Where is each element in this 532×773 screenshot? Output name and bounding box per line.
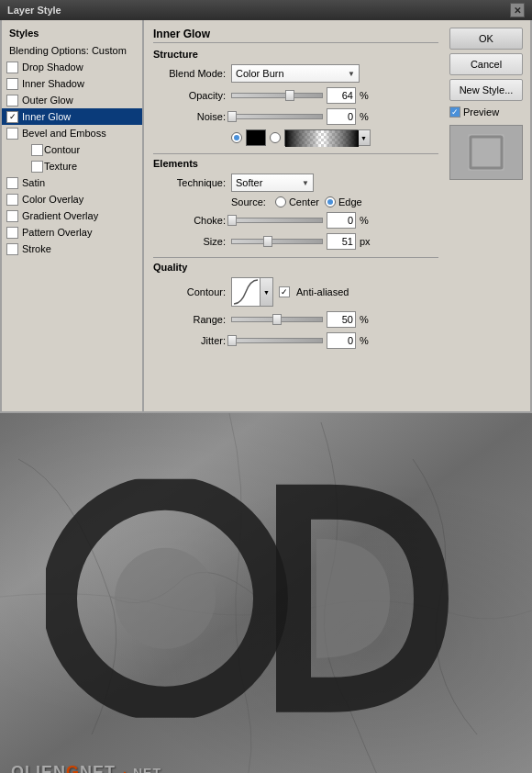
drop-shadow-checkbox[interactable] — [6, 62, 18, 73]
bevel-emboss-label: Bevel and Emboss — [22, 128, 106, 139]
watermark: OLIENGNET · NET — [11, 763, 161, 773]
cancel-button[interactable]: Cancel — [449, 53, 523, 75]
range-input[interactable]: 50 — [327, 311, 356, 328]
stroke-checkbox[interactable] — [6, 243, 18, 255]
range-unit: % — [360, 314, 373, 325]
pattern-overlay-label: Pattern Overlay — [22, 227, 92, 238]
inner-shadow-checkbox[interactable] — [6, 78, 18, 90]
jitter-unit: % — [360, 335, 373, 346]
main-panel: OK Cancel New Style... ✓ Preview Inner G… — [144, 20, 530, 411]
jitter-row: Jitter: 0 % — [153, 332, 438, 349]
blend-mode-row: Blend Mode: Color Burn ▼ — [153, 64, 438, 83]
sidebar-item-drop-shadow[interactable]: Drop Shadow — [2, 59, 142, 75]
watermark-accent: G — [66, 763, 80, 773]
dialog-title: Layer Style — [7, 5, 61, 16]
texture-checkbox[interactable] — [31, 161, 43, 173]
choke-slider[interactable] — [231, 218, 323, 223]
jitter-input[interactable]: 0 — [327, 332, 356, 349]
preview-thumbnail — [463, 129, 509, 175]
svg-rect-7 — [285, 130, 359, 147]
preview-row: ✓ Preview — [449, 106, 523, 118]
satin-checkbox[interactable] — [6, 177, 18, 189]
size-input[interactable]: 51 — [327, 233, 356, 250]
blend-mode-arrow-icon: ▼ — [348, 70, 355, 78]
opacity-thumb[interactable] — [285, 90, 294, 101]
outer-glow-checkbox[interactable] — [6, 95, 18, 106]
technique-value: Softer — [236, 177, 262, 188]
technique-dropdown[interactable]: Softer ▼ — [231, 174, 314, 192]
blending-options-item[interactable]: Blending Options: Custom — [2, 42, 142, 59]
ok-button[interactable]: OK — [449, 28, 523, 50]
anti-alias-container: ✓ Anti-aliased — [279, 286, 349, 297]
inner-glow-title: Inner Glow — [153, 28, 438, 43]
edge-radio-container: Edge — [325, 196, 362, 207]
drop-shadow-label: Drop Shadow — [22, 62, 83, 73]
range-thumb[interactable] — [272, 314, 282, 325]
jitter-slider[interactable] — [231, 338, 323, 343]
sidebar-item-inner-glow[interactable]: Inner Glow — [2, 108, 142, 125]
blend-mode-dropdown[interactable]: Color Burn ▼ — [231, 64, 360, 83]
gradient-overlay-checkbox[interactable] — [6, 210, 18, 222]
center-radio[interactable] — [275, 196, 286, 207]
center-radio-container: Center — [275, 196, 319, 207]
preview-checkbox[interactable]: ✓ — [449, 106, 460, 118]
opacity-slider[interactable] — [231, 93, 323, 98]
pattern-overlay-checkbox[interactable] — [6, 227, 18, 239]
choke-label: Choke: — [153, 215, 231, 226]
size-slider[interactable] — [231, 239, 323, 244]
sidebar-item-pattern-overlay[interactable]: Pattern Overlay — [2, 224, 142, 241]
outer-glow-label: Outer Glow — [22, 95, 73, 106]
sidebar-item-gradient-overlay[interactable]: Gradient Overlay — [2, 207, 142, 224]
preview-label: Preview — [463, 106, 499, 118]
jitter-thumb[interactable] — [227, 335, 237, 346]
color-radio-solid[interactable] — [231, 132, 242, 143]
anti-alias-checkbox[interactable]: ✓ — [279, 286, 290, 297]
structure-title: Structure — [153, 49, 438, 60]
contour-thumbnail[interactable] — [231, 277, 260, 307]
choke-input[interactable]: 0 — [327, 212, 356, 229]
new-style-button[interactable]: New Style... — [449, 79, 523, 101]
noise-input[interactable]: 0 — [327, 108, 356, 125]
contour-checkbox[interactable] — [31, 144, 43, 156]
size-unit: px — [360, 236, 373, 247]
noise-label: Noise: — [153, 111, 231, 122]
inner-glow-checkbox[interactable] — [6, 111, 18, 123]
sidebar-item-bevel-emboss[interactable]: Bevel and Emboss — [2, 125, 142, 141]
gradient-dropdown-arrow-icon[interactable]: ▼ — [358, 129, 371, 146]
technique-arrow-icon: ▼ — [302, 179, 309, 187]
svg-point-10 — [115, 548, 216, 649]
close-button[interactable]: ✕ — [510, 3, 525, 17]
color-overlay-label: Color Overlay — [22, 194, 83, 205]
sidebar-item-color-overlay[interactable]: Color Overlay — [2, 191, 142, 207]
sidebar-item-inner-shadow[interactable]: Inner Shadow — [2, 75, 142, 92]
noise-unit: % — [360, 111, 373, 122]
noise-thumb[interactable] — [227, 111, 237, 122]
bevel-emboss-checkbox[interactable] — [6, 128, 18, 140]
edge-radio[interactable] — [325, 196, 336, 207]
noise-slider[interactable] — [231, 114, 323, 119]
choke-thumb[interactable] — [227, 215, 237, 226]
noise-row: Noise: 0 % — [153, 108, 438, 125]
color-radio-gradient[interactable] — [270, 132, 281, 143]
svg-rect-0 — [468, 134, 504, 171]
size-thumb[interactable] — [263, 236, 272, 247]
sidebar-item-contour[interactable]: Contour — [2, 141, 142, 158]
color-swatch[interactable] — [246, 129, 266, 146]
noise-slider-container: 0 % — [231, 108, 373, 125]
sidebar-item-texture[interactable]: Texture — [2, 158, 142, 174]
structure-section: Structure Blend Mode: Color Burn ▼ Opaci… — [153, 49, 438, 146]
sidebar-item-stroke[interactable]: Stroke — [2, 241, 142, 257]
gradient-overlay-label: Gradient Overlay — [22, 210, 98, 221]
color-overlay-checkbox[interactable] — [6, 194, 18, 206]
styles-header: Styles — [2, 24, 142, 42]
opacity-slider-container: 64 % — [231, 87, 373, 104]
contour-dropdown-arrow-icon[interactable]: ▼ — [260, 277, 273, 307]
gradient-swatch[interactable] — [284, 129, 358, 146]
sidebar-item-outer-glow[interactable]: Outer Glow — [2, 92, 142, 108]
preview-area — [449, 125, 523, 180]
sidebar-item-satin[interactable]: Satin — [2, 174, 142, 191]
range-slider[interactable] — [231, 317, 323, 322]
opacity-input[interactable]: 64 — [327, 87, 356, 104]
edge-label: Edge — [338, 196, 362, 207]
contour-label: Contour: — [153, 286, 231, 297]
